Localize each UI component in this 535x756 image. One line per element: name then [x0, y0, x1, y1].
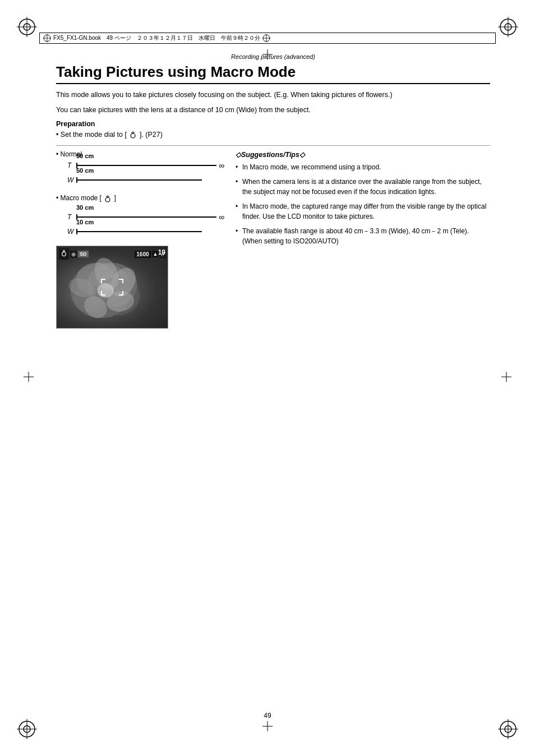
macro-t-letter: T [67, 213, 76, 221]
preparation-item: • Set the mode dial to [ ]. (P27) [56, 130, 490, 140]
macro-w-bar-container: 10 cm [76, 227, 224, 237]
macro-diagram-section: • Macro mode [ ] [56, 194, 224, 237]
cam-sd-badge: SD [78, 251, 89, 257]
corner-mark-tl [17, 17, 37, 37]
cam-left-icons: ⊕ SD [59, 248, 89, 260]
header-text: FX5_FX1-GN.book 49 ページ ２０３年１２月１７日 水曜日 午前… [53, 34, 260, 42]
macro-label: • Macro mode [ ] [56, 194, 224, 203]
preparation-title: Preparation [56, 120, 490, 128]
right-column: ◇Suggestions/Tips◇ In Macro mode, we rec… [236, 150, 490, 329]
svg-point-30 [131, 133, 135, 138]
normal-t-bar-container: 50 cm ∞ [76, 160, 224, 170]
macro-w-diagram: W 10 cm [67, 227, 224, 237]
tips-list: In Macro mode, we recommend using a trip… [236, 162, 490, 246]
left-column: • Normal T 50 cm ∞ [56, 150, 224, 329]
intro-line1: This mode allows you to take pictures cl… [56, 90, 490, 100]
page-number: 49 [264, 712, 271, 720]
corner-mark-bl [17, 719, 37, 739]
macro-t-distance: 30 cm [76, 204, 94, 211]
focus-bracket-bl [101, 291, 105, 296]
page: FX5_FX1-GN.book 49 ページ ２０３年１２月１７日 水曜日 午前… [0, 0, 535, 756]
svg-point-34 [105, 197, 110, 202]
intro-line2: You can take pictures with the lens at a… [56, 105, 490, 116]
corner-mark-br [498, 719, 518, 739]
focus-bracket-br [119, 291, 123, 296]
cross-mark-right-mid [501, 372, 511, 384]
camera-display-image: ⊕ SD 1600 ▲ // [56, 246, 168, 329]
svg-point-49 [62, 252, 66, 256]
normal-w-letter: W [67, 176, 76, 184]
tip-item-4: The available flash range is about 40 cm… [236, 226, 490, 246]
main-content: Recording pictures (advanced) Taking Pic… [56, 53, 490, 329]
focus-bracket [101, 279, 123, 296]
header-crosshair-right [262, 34, 270, 42]
macro-t-infinity: ∞ [219, 213, 224, 222]
tip-item-1: In Macro mode, we recommend using a trip… [236, 162, 490, 172]
macro-w-letter: W [67, 228, 76, 236]
normal-w-bar-container: 50 cm [76, 175, 224, 185]
tip-item-3: In Macro mode, the captured range may di… [236, 201, 490, 222]
subtitle: Recording pictures (advanced) [56, 53, 490, 60]
cross-mark-bottom-center [262, 721, 273, 734]
normal-w-distance: 50 cm [76, 167, 94, 174]
normal-t-letter: T [67, 162, 76, 169]
cam-plus-icon: ⊕ [70, 251, 77, 258]
normal-t-distance: 50 cm [76, 153, 94, 159]
normal-w-diagram: W 50 cm [67, 175, 224, 185]
corner-mark-tr [498, 17, 518, 37]
tip-item-2: When the camera lens is at a distance ov… [236, 177, 490, 197]
main-title: Taking Pictures using Macro Mode [56, 63, 490, 84]
normal-diagram-section: • Normal T 50 cm ∞ [56, 150, 224, 185]
cam-macro-icon [60, 249, 68, 257]
tips-title: ◇Suggestions/Tips◇ [236, 150, 490, 159]
macro-icon-diagram [103, 194, 112, 203]
macro-icon-inline [128, 130, 137, 139]
cam-frame-count: 19 [158, 248, 165, 256]
camera-screen: ⊕ SD 1600 ▲ // [57, 246, 168, 328]
two-column-section: • Normal T 50 cm ∞ [56, 145, 490, 329]
macro-t-bar-container: 30 cm ∞ [76, 212, 224, 222]
header-crosshair-left [43, 34, 51, 42]
cam-iso-value: 1600 [135, 251, 150, 258]
focus-bracket-tr [119, 279, 123, 283]
macro-w-row: W 10 cm [67, 227, 224, 237]
cross-mark-left-mid [24, 372, 34, 384]
focus-bracket-tl [101, 279, 105, 283]
preparation-section: Preparation • Set the mode dial to [ ]. … [56, 120, 490, 140]
normal-w-row: W 50 cm [67, 175, 224, 185]
macro-w-distance: 10 cm [76, 219, 94, 225]
header-bar: FX5_FX1-GN.book 49 ページ ２０３年１２月１７日 水曜日 午前… [39, 33, 496, 44]
normal-t-infinity: ∞ [219, 161, 224, 170]
